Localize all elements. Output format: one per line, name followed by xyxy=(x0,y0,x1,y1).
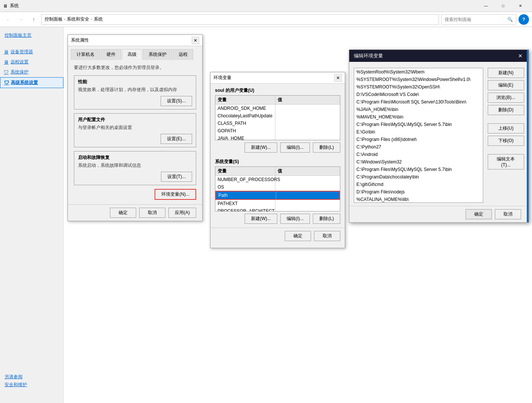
address-path[interactable]: 控制面板 › 系统和安全 › 系统 xyxy=(41,14,439,25)
perf-settings-btn[interactable]: 设置(S)... xyxy=(161,96,192,106)
startup-settings-btn[interactable]: 设置(T)... xyxy=(161,172,192,182)
startup-recovery-section: 启动和故障恢复 系统启动，系统故障和调试信息 设置(T)... xyxy=(74,151,196,185)
sidebar-item-protection[interactable]: 🛡 系统保护 xyxy=(0,67,63,77)
forward-button[interactable]: → xyxy=(16,14,26,25)
user-vars-table[interactable]: 变量 值 ANDROID_SDK_HOME ChocolateyLastPath… xyxy=(215,95,340,140)
tab-hardware[interactable]: 硬件 xyxy=(101,49,121,60)
edit-env-ok-btn[interactable]: 确定 xyxy=(466,209,492,219)
up-button[interactable]: ↑ xyxy=(29,14,39,25)
admin-note: 要进行大多数更改，您必须作为管理员登录。 xyxy=(74,64,196,71)
env-dialog-close[interactable]: ✕ xyxy=(334,74,342,82)
performance-section: 性能 视觉效果，处理器计划，内存使用，以及虚拟内存 设置(S)... xyxy=(74,75,196,109)
path-item-5[interactable]: %JAVA_HOME%\bin xyxy=(354,106,483,113)
sys-props-title: 系统属性 xyxy=(71,37,192,43)
protection-icon: 🛡 xyxy=(4,69,9,75)
sys-props-cancel-btn[interactable]: 取消 xyxy=(139,208,165,218)
edit-env-cancel-btn[interactable]: 取消 xyxy=(495,209,521,219)
user-new-btn[interactable]: 新建(W)... xyxy=(245,142,277,153)
path-item-11[interactable]: C:\Android xyxy=(354,151,483,158)
user-delete-btn[interactable]: 删除(L) xyxy=(313,142,340,153)
sys-var-col-name: 变量 xyxy=(215,167,275,175)
user-edit-btn[interactable]: 编辑(I)... xyxy=(280,142,310,153)
sys-var-row-path[interactable]: Path xyxy=(215,191,340,200)
edit-env-down-btn[interactable]: 下移(O) xyxy=(488,136,524,146)
sidebar-item-advanced[interactable]: 🛡 高级系统设置 xyxy=(0,77,63,88)
maximize-button[interactable]: □ xyxy=(494,0,512,12)
path-item-3[interactable]: D:\VSCode\Microsoft VS Code\ xyxy=(354,91,483,98)
sidebar-item-remote[interactable]: 🖥 远程设置 xyxy=(0,57,63,67)
path-item-4[interactable]: C:\Program Files\Microsoft SQL Server\13… xyxy=(354,98,483,106)
sidebar-home-label: 控制面板主页 xyxy=(5,32,32,39)
user-var-row-gopath[interactable]: GOPATH xyxy=(215,127,340,135)
sidebar-item-label-device: 设备管理器 xyxy=(11,49,33,55)
sys-var-row-num-proc[interactable]: NUMBER_OF_PROCESSORS xyxy=(215,176,340,183)
edit-env-title: 编辑环境变量 xyxy=(354,52,517,59)
path-item-8[interactable]: E:\Go\bin xyxy=(354,128,483,136)
user-vars-buttons: 新建(W)... 编辑(I)... 删除(L) xyxy=(210,140,345,155)
path-item-6[interactable]: %MAVEN_HOME%\bin xyxy=(354,113,483,121)
content-area: 查看有关计算机的基本信息 系统属性 ✕ 计算机名 硬件 高级 系统保护 远程 要… xyxy=(64,27,532,403)
path-item-7[interactable]: C:\Program Files\MySQL\MySQL Server 5.7\… xyxy=(354,121,483,128)
user-var-row-java[interactable]: JAVA_HOME xyxy=(215,135,340,140)
env-cancel-btn[interactable]: 取消 xyxy=(314,231,340,241)
system-vars-table[interactable]: 变量 值 NUMBER_OF_PROCESSORS OS Path PATHEX… xyxy=(215,166,340,211)
edit-env-edit-btn[interactable]: 编辑(E) xyxy=(488,80,524,90)
user-var-row-choco[interactable]: ChocolateyLastPathUpdate xyxy=(215,112,340,120)
env-vars-btn[interactable]: 环境变量(N)... xyxy=(155,189,196,200)
path-item-0[interactable]: %SystemRoot%\System32\Wbem xyxy=(354,68,483,76)
path-list[interactable]: %SystemRoot%\System32\Wbem %SYSTEMROOT%\… xyxy=(354,68,483,203)
user-profile-desc: 与登录帐户相关的桌面设置 xyxy=(78,124,192,131)
env-dialog-title: 环境变量 xyxy=(213,75,334,81)
path-item-13[interactable]: C:\Program Files\MySQL\MySQL Server 5.7\… xyxy=(354,166,483,173)
security-maintenance-link[interactable]: 安全和维护 xyxy=(5,382,27,388)
path-arrow-1: › xyxy=(64,17,65,21)
help-button[interactable]: ? xyxy=(518,14,529,25)
back-button[interactable]: ← xyxy=(3,14,14,25)
tab-computer-name[interactable]: 计算机名 xyxy=(71,49,100,60)
system-vars-label: 系统变量(S) xyxy=(215,159,340,165)
tab-remote[interactable]: 远程 xyxy=(173,49,193,60)
sys-props-close[interactable]: ✕ xyxy=(192,37,199,44)
tab-system-protection[interactable]: 系统保护 xyxy=(143,49,172,60)
sys-var-row-pathext[interactable]: PATHEXT xyxy=(215,200,340,207)
search-box[interactable]: 🔍 xyxy=(441,14,516,25)
user-var-row-android[interactable]: ANDROID_SDK_HOME xyxy=(215,105,340,112)
path-item-10[interactable]: C:\Python27 xyxy=(354,143,483,151)
edit-env-new-btn[interactable]: 新建(N) xyxy=(488,68,524,78)
edit-env-up-btn[interactable]: 上移(U) xyxy=(488,123,524,133)
edit-env-edit-text-btn[interactable]: 编辑文本(T)... xyxy=(488,154,524,169)
path-item-1[interactable]: %SYSTEMROOT%\System32\WindowsPowerShell\… xyxy=(354,76,483,83)
edit-env-delete-btn[interactable]: 删除(D) xyxy=(488,105,524,115)
sidebar-item-device-manager[interactable]: 🖥 设备管理器 xyxy=(0,47,63,57)
sys-var-row-os[interactable]: OS xyxy=(215,183,340,191)
user-var-row-classpath[interactable]: CLASS_PATH xyxy=(215,120,340,127)
path-item-2[interactable]: %SYSTEMROOT%\System32\OpenSSH\ xyxy=(354,83,483,91)
path-item-12[interactable]: C:\Windows\System32 xyxy=(354,158,483,166)
sys-props-ok-btn[interactable]: 确定 xyxy=(110,208,136,218)
main-layout: 控制面板主页 🖥 设备管理器 🖥 远程设置 🛡 系统保护 🛡 高级系统设置 另请… xyxy=(0,27,532,403)
path-item-14[interactable]: C:\ProgramData\chocolatey\bin xyxy=(354,173,483,181)
search-input[interactable] xyxy=(445,17,506,22)
path-item-16[interactable]: D:\Program Files\nodejs xyxy=(354,188,483,196)
edit-env-footer: 确定 取消 xyxy=(349,206,526,222)
sys-props-apply-btn[interactable]: 应用(A) xyxy=(168,208,196,218)
perf-desc: 视觉效果，处理器计划，内存使用，以及虚拟内存 xyxy=(78,87,192,93)
sys-edit-btn[interactable]: 编辑(I)... xyxy=(280,214,310,224)
sys-delete-btn[interactable]: 删除(L) xyxy=(313,214,340,224)
user-profile-settings-btn[interactable]: 设置(E)... xyxy=(161,134,192,144)
close-button[interactable]: ✕ xyxy=(512,0,529,12)
sys-var-row-proc-arch[interactable]: PROCESSOR_ARCHITECT... xyxy=(215,207,340,211)
path-item-15[interactable]: E:\git\Git\cmd xyxy=(354,181,483,188)
sys-new-btn[interactable]: 新建(W)... xyxy=(245,214,277,224)
sidebar: 控制面板主页 🖥 设备管理器 🖥 远程设置 🛡 系统保护 🛡 高级系统设置 另请… xyxy=(0,27,64,403)
window-icon: 🖥 xyxy=(3,3,8,9)
tab-advanced[interactable]: 高级 xyxy=(122,49,142,60)
edit-env-browse-btn[interactable]: 浏览(B)... xyxy=(488,93,524,103)
path-item-17[interactable]: %CATALINA_HOME%\lib\ xyxy=(354,196,483,203)
minimize-button[interactable]: — xyxy=(477,0,494,12)
env-ok-btn[interactable]: 确定 xyxy=(285,231,311,241)
env-dialog-footer: 确定 取消 xyxy=(210,228,345,244)
sidebar-home-link[interactable]: 控制面板主页 xyxy=(0,30,63,41)
edit-env-close-btn[interactable]: ✕ xyxy=(517,52,524,60)
path-item-9[interactable]: C:\Program Files (x86)\dotnet\ xyxy=(354,136,483,143)
